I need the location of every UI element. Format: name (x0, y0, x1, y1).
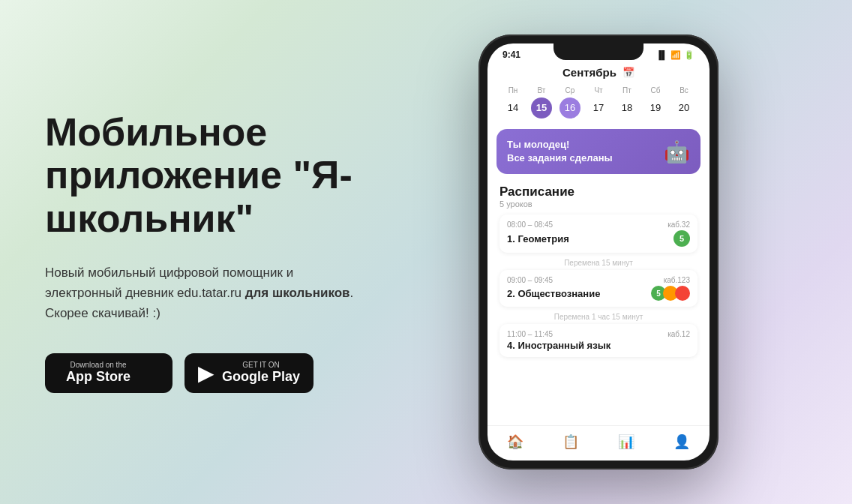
day-header-tue: Вт (528, 85, 555, 96)
lesson-3-time-row: 11:00 – 11:45 каб.12 (507, 330, 690, 338)
lesson-1-time: 08:00 – 08:45 (507, 220, 553, 229)
calendar-icon: 📅 (622, 67, 634, 78)
phone-frame: 9:41 ▐▌ 📶 🔋 Сентябрь 📅 Пн Вт (478, 34, 718, 470)
signal-icon: ▐▌ (656, 50, 668, 59)
google-play-button[interactable]: ▶ GET IT ON Google Play (184, 353, 314, 393)
lesson-1-grade: 5 (674, 230, 690, 247)
calendar-month: Сентябрь 📅 (500, 66, 698, 79)
description-bold: для школьников (245, 286, 350, 300)
status-bar: 9:41 ▐▌ 📶 🔋 (488, 44, 710, 63)
lesson-card-3[interactable]: 11:00 – 11:45 каб.12 4. Иностранный язык (500, 324, 698, 357)
day-header-wed: Ср (556, 85, 584, 96)
status-icons: ▐▌ 📶 🔋 (656, 50, 694, 60)
nav-home-icon[interactable]: 🏠 (507, 434, 524, 450)
lesson-2-name: 2. Обществознание (507, 288, 600, 299)
nav-notes-icon[interactable]: 📋 (562, 434, 579, 450)
day-header-mon: Пн (500, 85, 526, 96)
lesson-card-1[interactable]: 08:00 – 08:45 каб.32 1. Геометрия 5 (500, 214, 698, 253)
break-label-1: Перемена 15 минут (500, 256, 698, 270)
day-header-thu: Чт (585, 85, 612, 96)
google-play-top-label: GET IT ON (222, 361, 300, 369)
store-buttons: Download on the App Store ▶ GET IT ON Go… (45, 353, 360, 393)
day-14[interactable]: 14 (502, 98, 524, 118)
day-20[interactable]: 20 (674, 98, 694, 118)
battery-icon: 🔋 (684, 50, 694, 60)
banner-content: Ты молодец! Все задания сделаны (507, 138, 613, 165)
google-play-icon: ▶ (198, 363, 214, 384)
day-header-sun: Вс (670, 85, 698, 96)
bottom-navigation: 🏠 📋 📊 👤 (488, 425, 710, 460)
status-time: 9:41 (502, 50, 520, 60)
day-15-today[interactable]: 15 (531, 98, 552, 118)
lesson-2-time-row: 09:00 – 09:45 каб.123 (507, 276, 690, 284)
page-wrapper: Мобильное приложение "Я-школьник" Новый … (0, 0, 852, 504)
schedule-subtitle: 5 уроков (500, 200, 698, 208)
google-play-text: GET IT ON Google Play (222, 361, 300, 386)
lesson-1-name: 1. Геометрия (507, 233, 569, 244)
achievement-banner: Ты молодец! Все задания сделаны 🤖 (496, 129, 700, 174)
right-content: 9:41 ▐▌ 📶 🔋 Сентябрь 📅 Пн Вт (390, 34, 807, 470)
lesson-3-name-row: 4. Иностранный язык (507, 340, 690, 351)
break-label-2: Перемена 1 час 15 минут (500, 310, 698, 324)
lesson-2-time: 09:00 – 09:45 (507, 276, 553, 284)
schedule-title: Расписание (500, 184, 698, 200)
banner-title: Ты молодец! (507, 138, 613, 152)
nav-profile-icon[interactable]: 👤 (674, 434, 690, 450)
lesson-2-grade: 5 (651, 286, 690, 301)
calendar-header: Сентябрь 📅 Пн Вт Ср Чт Пт Сб Вс 14 15 16 (488, 63, 710, 124)
day-header-fri: Пт (614, 85, 640, 96)
calendar-day-headers: Пн Вт Ср Чт Пт Сб Вс 14 15 16 17 18 19 2… (500, 85, 698, 118)
wifi-icon: 📶 (670, 50, 681, 60)
phone-screen: 9:41 ▐▌ 📶 🔋 Сентябрь 📅 Пн Вт (488, 44, 710, 460)
robot-icon: 🤖 (664, 140, 690, 164)
description: Новый мобильный цифровой помощник и элек… (45, 262, 360, 324)
lesson-1-time-row: 08:00 – 08:45 каб.32 (507, 220, 690, 229)
day-19[interactable]: 19 (645, 98, 666, 118)
lesson-1-room: каб.32 (668, 220, 690, 229)
main-title: Мобильное приложение "Я-школьник" (45, 111, 360, 240)
google-play-main-label: Google Play (222, 369, 300, 386)
day-18[interactable]: 18 (616, 98, 638, 118)
day-17[interactable]: 17 (588, 98, 609, 118)
lesson-3-name: 4. Иностранный язык (507, 340, 610, 351)
lesson-1-name-row: 1. Геометрия 5 (507, 230, 690, 247)
lesson-3-room: каб.12 (668, 330, 690, 338)
banner-subtitle: Все задания сделаны (507, 152, 613, 165)
app-store-button[interactable]: Download on the App Store (45, 353, 172, 393)
lesson-2-room: каб.123 (664, 276, 690, 284)
lesson-card-2[interactable]: 09:00 – 09:45 каб.123 2. Обществознание … (500, 270, 698, 307)
nav-stats-icon[interactable]: 📊 (618, 434, 634, 450)
app-store-main-label: App Store (66, 369, 130, 386)
schedule-section: Расписание 5 уроков 08:00 – 08:45 каб.32… (488, 178, 710, 422)
lesson-3-time: 11:00 – 11:45 (507, 330, 553, 338)
month-label: Сентябрь (562, 66, 616, 79)
app-store-text: Download on the App Store (66, 361, 130, 386)
app-store-top-label: Download on the (66, 361, 130, 369)
left-content: Мобильное приложение "Я-школьник" Новый … (45, 111, 390, 393)
lesson-2-name-row: 2. Обществознание 5 (507, 286, 690, 301)
day-header-sat: Сб (642, 85, 669, 96)
day-16-selected[interactable]: 16 (560, 98, 580, 118)
grade-circle-red (675, 286, 690, 301)
